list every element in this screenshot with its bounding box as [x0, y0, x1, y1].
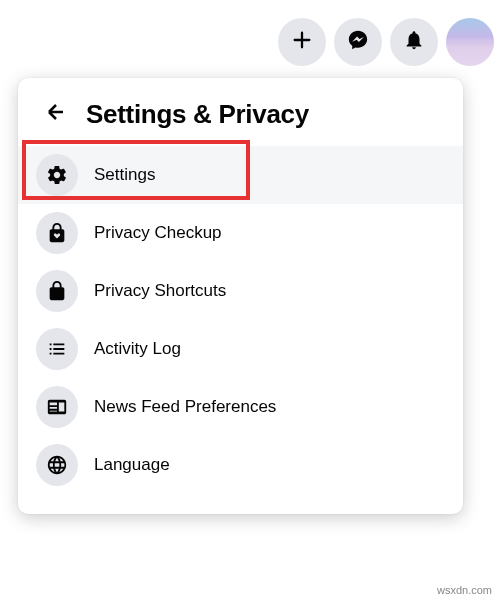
settings-privacy-dropdown: Settings & Privacy Settings Privacy Chec… — [18, 78, 463, 514]
dropdown-title: Settings & Privacy — [86, 99, 309, 130]
menu-item-privacy-checkup[interactable]: Privacy Checkup — [18, 204, 463, 262]
profile-avatar[interactable] — [446, 18, 494, 66]
menu-item-label: Privacy Checkup — [94, 223, 222, 243]
watermark: wsxdn.com — [437, 584, 492, 596]
top-nav-bar — [278, 18, 494, 66]
menu-item-label: Privacy Shortcuts — [94, 281, 226, 301]
menu-item-privacy-shortcuts[interactable]: Privacy Shortcuts — [18, 262, 463, 320]
back-button[interactable] — [40, 98, 72, 130]
dropdown-header: Settings & Privacy — [18, 86, 463, 146]
messenger-button[interactable] — [334, 18, 382, 66]
menu-item-activity-log[interactable]: Activity Log — [18, 320, 463, 378]
feed-icon — [36, 386, 78, 428]
menu-item-label: News Feed Preferences — [94, 397, 276, 417]
messenger-icon — [347, 29, 369, 55]
gear-icon — [36, 154, 78, 196]
menu-item-language[interactable]: Language — [18, 436, 463, 494]
lock-heart-icon — [36, 212, 78, 254]
list-icon — [36, 328, 78, 370]
menu-item-settings[interactable]: Settings — [18, 146, 463, 204]
menu-item-label: Language — [94, 455, 170, 475]
menu-item-label: Activity Log — [94, 339, 181, 359]
create-button[interactable] — [278, 18, 326, 66]
notifications-button[interactable] — [390, 18, 438, 66]
globe-icon — [36, 444, 78, 486]
plus-icon — [291, 29, 313, 55]
arrow-left-icon — [44, 100, 68, 128]
menu-item-news-feed-preferences[interactable]: News Feed Preferences — [18, 378, 463, 436]
lock-icon — [36, 270, 78, 312]
bell-icon — [403, 29, 425, 55]
menu-item-label: Settings — [94, 165, 155, 185]
